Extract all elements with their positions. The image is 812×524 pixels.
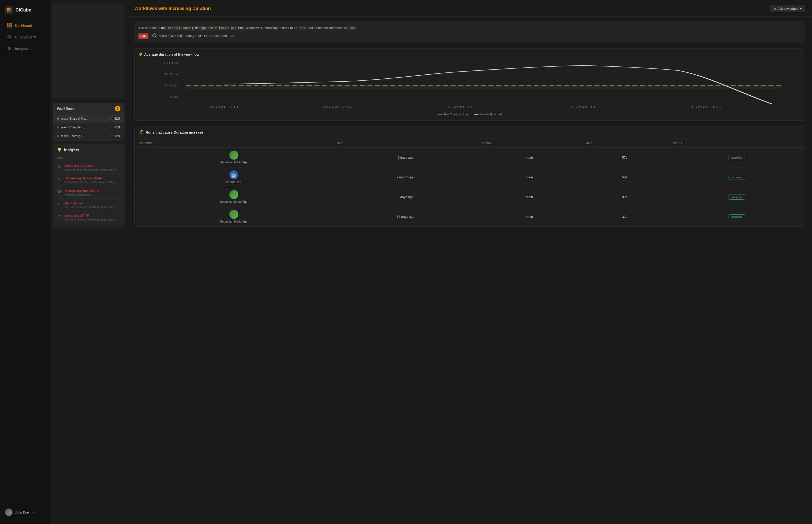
svg-rect-4	[7, 23, 9, 25]
blurred-top-section	[53, 4, 125, 99]
workflow-pct: 32%	[114, 117, 120, 120]
col-branch: Branch	[478, 139, 580, 148]
committer-info: 🌿 Sebastian Markbåge	[139, 190, 329, 203]
workflow-dot	[57, 126, 59, 128]
insight-item-decreasing-success[interactable]: ↘ Decreasing Success Rate react/(Shared)…	[57, 174, 120, 186]
median-legend-icon: ⟿	[474, 112, 479, 116]
runs-title: Runs that cause Duration increase	[135, 126, 805, 139]
sidebar-item-integrations[interactable]: Integrations	[2, 44, 48, 54]
workflow-trend-icon: ↗	[110, 126, 112, 129]
user-name: John Doe	[15, 510, 29, 514]
acknowledged-button[interactable]: Acknowledged ▾	[770, 5, 805, 12]
col-value: Value	[580, 139, 669, 148]
value-cell: 57s	[580, 148, 669, 167]
insights-panel: 💡 Insights Rule ⏱ Increasing Duration re…	[53, 144, 125, 228]
workflows-title: Workflows	[57, 107, 75, 111]
insight-item-decreasing-run-counts[interactable]: Decreasing Run Counts refine/Documentati…	[57, 186, 120, 199]
insight-content: Decreasing Run Counts refine/Documentati…	[64, 189, 99, 196]
committer-info: 🌿 Sebastian Markbåge	[139, 151, 329, 164]
status-badge: success	[729, 155, 745, 160]
description-box: The duration of the react/(Shared) Manag…	[134, 21, 805, 43]
logo-icon	[5, 6, 13, 14]
committer-cell: 🌿 Sebastian Markbåge	[135, 187, 333, 207]
insight-item-test-failures[interactable]: ⊙ Test Failures You don't have any workf…	[57, 199, 120, 211]
svg-text:Sep 16: Sep 16	[691, 105, 721, 109]
date-cell: 9 days ago	[333, 148, 478, 167]
runs-title-text: Runs that cause Duration increase	[146, 130, 203, 134]
insight-item-increasing-duration[interactable]: ⏱ Increasing Duration react/(Shared) Man…	[57, 161, 120, 174]
workflow-item[interactable]: react/(Compiler) ... ↗ 31%	[53, 123, 125, 132]
table-row: 🌿 Sebastian Markbåge 9 days ago main 57s…	[135, 148, 805, 167]
sidebar-item-label: CubeScore™	[15, 35, 36, 39]
svg-rect-6	[7, 26, 9, 27]
committer-name: Sebastian Markbåge	[220, 200, 247, 203]
committer-name: Sebastian Markbåge	[220, 220, 247, 223]
insight-subtitle: refine/Documentation	[64, 193, 99, 196]
insight-subtitle: You don't have any workflows that match …	[64, 206, 119, 209]
user-profile[interactable]: JD John Doe ▾	[0, 505, 50, 520]
svg-point-13	[8, 47, 9, 48]
svg-point-15	[9, 49, 10, 50]
value-cell: 50s	[580, 167, 669, 187]
detail-header: Workflows with Increasing Duration Ackno…	[127, 0, 812, 16]
committer-cell: 🤖 Lauren Tan	[135, 167, 333, 187]
col-committer: Committer	[135, 139, 333, 148]
svg-rect-5	[10, 23, 12, 25]
status-cell: success	[669, 207, 805, 227]
user-chevron-icon: ▾	[32, 511, 34, 514]
insight-content: Increasing Duration react/(Shared) Manag…	[64, 164, 119, 171]
description-text: The duration of the react/(Shared) Manag…	[139, 26, 801, 31]
app-title: CICube	[16, 7, 31, 13]
workflow-item[interactable]: react/(Shared) Ma... ↗ 32%	[53, 114, 125, 123]
sidebar-item-cubescore[interactable]: CubeScore™	[2, 32, 48, 43]
dashboard-icon	[7, 23, 12, 29]
committer-cell: 🌿 Sebastian Markbåge	[135, 148, 333, 167]
svg-text:14s: 14s	[163, 84, 178, 87]
sidebar-item-dashboard[interactable]: Dashboard	[2, 20, 48, 31]
committer-info: 🤖 Lauren Tan	[139, 170, 329, 184]
insight-title: Increasing MTTR	[64, 214, 119, 217]
svg-text:21s: 21s	[163, 73, 178, 76]
workflow-dot	[57, 135, 59, 137]
chart-title: ⏱ Average duration of the workflow	[139, 52, 801, 56]
chart-clock-icon: ⏱	[139, 52, 142, 56]
svg-point-14	[10, 48, 11, 49]
desc-middle: workflow is increasing. It used to be	[245, 26, 298, 30]
status-cell: success	[669, 187, 805, 207]
svg-point-31	[141, 131, 142, 132]
workflow-name: react/(Shared) Ma...	[61, 117, 108, 120]
chart-area: 28s 21s 14s 7s Aug 19 Aug 26 Sep 2 Sep 9…	[139, 61, 801, 110]
svg-text:Sep 9: Sep 9	[571, 105, 596, 109]
insight-title: Decreasing Success Rate	[64, 176, 119, 180]
runs-table: Committer Date Branch Value Status 🌿 Seb…	[135, 139, 805, 226]
svg-text:7s: 7s	[168, 95, 178, 98]
insight-content: Test Failures You don't have any workflo…	[64, 201, 119, 209]
workflow-item[interactable]: react/(Shared) Li... ↗ 12%	[53, 132, 125, 141]
committer-avatar: 🌿	[229, 151, 238, 160]
date-cell: 8 days ago	[333, 187, 478, 207]
severity-badge: High	[139, 33, 148, 39]
chart-section: ⏱ Average duration of the workflow 28s 2…	[134, 48, 805, 121]
workflows-header: Workflows 3	[53, 103, 125, 114]
committer-avatar: 🌿	[229, 190, 238, 199]
insight-item-increasing-mttr[interactable]: ↺ Increasing MTTR You don't have any wor…	[57, 211, 120, 224]
ack-chevron-icon: ▾	[800, 7, 802, 11]
sidebar-item-label: Integrations	[15, 47, 33, 51]
insight-content: Increasing MTTR You don't have any workf…	[64, 214, 119, 221]
desc-new-val: 25s	[348, 26, 357, 31]
committer-info: 🌿 Sebastian Markbåge	[139, 210, 329, 223]
branch-cell: main	[478, 187, 580, 207]
cubescore-icon	[7, 34, 12, 40]
table-row: 🌿 Sebastian Markbåge 8 days ago main 33s…	[135, 187, 805, 207]
branch-cell: main	[478, 207, 580, 227]
svg-rect-2	[7, 10, 9, 12]
layers-icon	[57, 189, 62, 194]
svg-rect-1	[9, 8, 11, 10]
desc-old-val: 19s	[298, 26, 307, 31]
svg-text:28s: 28s	[163, 62, 178, 64]
integrations-icon	[7, 46, 12, 51]
median-legend-label: Median Threshold	[480, 113, 502, 116]
user-avatar: JD	[5, 508, 13, 516]
legend-elite: ⟿ Elite Threshold Area	[438, 112, 469, 116]
table-row: 🤖 Lauren Tan a month ago main 50s succes…	[135, 167, 805, 187]
